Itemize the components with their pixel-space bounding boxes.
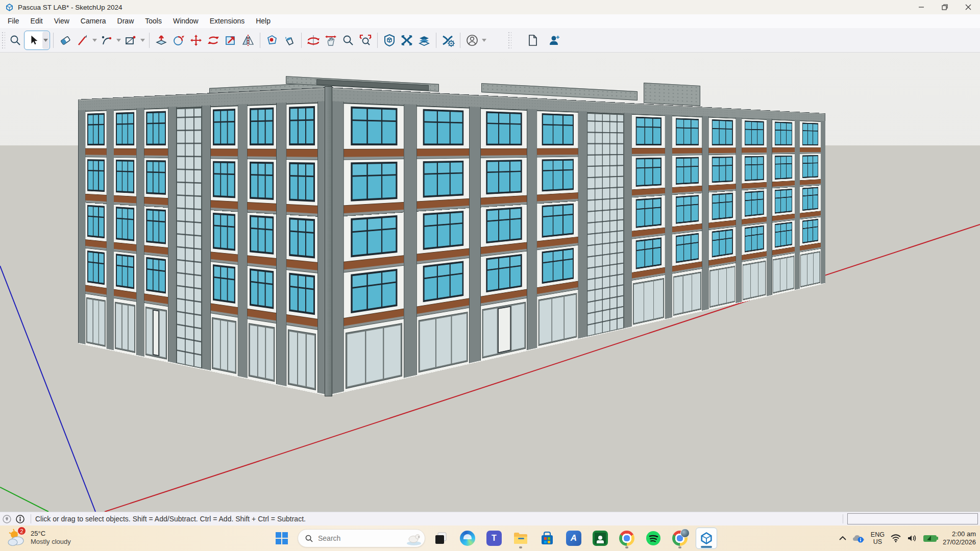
extension-warehouse-button[interactable]: [398, 31, 415, 49]
taskbar-search[interactable]: [298, 529, 425, 547]
window-pane: [153, 173, 158, 193]
orbit-tool-button[interactable]: [305, 31, 322, 49]
zoom-extents-tool-button[interactable]: [357, 31, 374, 49]
offset-tool-button[interactable]: [263, 31, 281, 49]
zoom-tool-button[interactable]: [339, 31, 357, 49]
arcs-tool-button[interactable]: [98, 31, 115, 49]
select-tool-button[interactable]: [25, 31, 42, 49]
shapes-tool-dropdown[interactable]: [139, 31, 146, 49]
task-view-button[interactable]: [430, 528, 452, 549]
window-pane: [306, 289, 313, 313]
storefront-pane: [758, 262, 765, 295]
flip-tool-button[interactable]: [239, 31, 257, 49]
menu-camera[interactable]: Camera: [75, 14, 112, 28]
measurements-input[interactable]: [847, 513, 978, 524]
scale-tool-button[interactable]: [222, 31, 239, 49]
geolocation-icon[interactable]: [0, 515, 13, 523]
paint-bucket-tool-button[interactable]: [281, 31, 298, 49]
microsoft-store-icon[interactable]: [536, 528, 558, 549]
window-pane: [228, 111, 234, 121]
info-icon[interactable]: [13, 515, 27, 523]
window-pane: [653, 168, 660, 184]
window-pane: [713, 129, 719, 144]
window: [775, 156, 792, 180]
zoom-window-tool-button[interactable]: [7, 31, 24, 49]
tray-chevron-up-icon[interactable]: [839, 536, 846, 541]
window-pane: [745, 165, 751, 180]
window-pane: [692, 129, 698, 144]
chrome-profile-icon[interactable]: [669, 528, 691, 549]
teams-icon[interactable]: T: [483, 528, 505, 549]
menu-edit[interactable]: Edit: [25, 14, 48, 28]
minimize-button[interactable]: [910, 0, 933, 14]
window-pane: [93, 115, 98, 124]
window-pane: [258, 164, 265, 174]
move-tool-button[interactable]: [187, 31, 205, 49]
battery-icon[interactable]: [923, 535, 937, 542]
window: [213, 213, 235, 251]
window-pane: [553, 171, 562, 189]
arcs-tool-dropdown[interactable]: [115, 31, 122, 49]
follow-me-tool-button[interactable]: [170, 31, 187, 49]
menu-extensions[interactable]: Extensions: [204, 14, 250, 28]
eraser-tool-button[interactable]: [57, 31, 74, 49]
teams-letter: T: [492, 534, 497, 543]
toolbar-separator: [460, 33, 460, 48]
menu-help[interactable]: Help: [250, 14, 276, 28]
menu-file[interactable]: File: [2, 14, 25, 28]
window: [116, 254, 134, 289]
clock-widget[interactable]: 2:00 am 27/02/2026: [943, 530, 976, 546]
new-file-button[interactable]: [524, 31, 542, 49]
3d-warehouse-button[interactable]: [381, 31, 398, 49]
start-button[interactable]: [271, 528, 292, 549]
building-corner-pier: [325, 86, 332, 396]
search-input[interactable]: [317, 534, 396, 543]
line-tool-dropdown[interactable]: [91, 31, 98, 49]
menu-window[interactable]: Window: [167, 14, 204, 28]
window-pane: [251, 229, 257, 251]
language-indicator[interactable]: ENG US: [871, 531, 885, 545]
file-explorer-icon[interactable]: [510, 528, 531, 549]
chrome-icon[interactable]: [616, 528, 638, 549]
account-button[interactable]: [463, 31, 481, 49]
close-button[interactable]: [957, 0, 980, 14]
classroom-icon[interactable]: [590, 528, 611, 549]
wifi-icon[interactable]: [891, 534, 901, 542]
window-pane: [510, 161, 521, 171]
menu-view[interactable]: View: [48, 14, 75, 28]
window-pane: [159, 113, 164, 123]
pan-tool-button[interactable]: [322, 31, 339, 49]
a-app-icon[interactable]: A: [563, 528, 584, 549]
select-tool-dropdown[interactable]: [42, 32, 49, 49]
account-dropdown[interactable]: [481, 31, 487, 49]
select-tool-active[interactable]: [24, 31, 50, 50]
toolbar-grip[interactable]: [508, 32, 511, 49]
taskbar: 2 25°C Mostly cloudy T: [0, 525, 980, 551]
toolbar-grip[interactable]: [2, 32, 5, 49]
window-pane: [221, 215, 227, 226]
restore-button[interactable]: [933, 0, 957, 14]
storefront-pane: [420, 319, 435, 371]
menu-draw[interactable]: Draw: [112, 14, 140, 28]
window-pane: [214, 278, 220, 299]
onedrive-icon[interactable]: [852, 534, 865, 543]
add-collaborator-button[interactable]: [546, 31, 563, 49]
extension-manager-button[interactable]: [439, 31, 457, 49]
sketchup-app-icon[interactable]: [696, 528, 717, 549]
line-tool-button[interactable]: [74, 31, 91, 49]
window-pane: [214, 163, 220, 173]
window-pane: [787, 190, 792, 197]
storefront-pane: [93, 300, 99, 344]
volume-icon[interactable]: [907, 534, 917, 542]
rotate-tool-button[interactable]: [205, 31, 222, 49]
facade-pier: [702, 116, 708, 311]
model-viewport-canvas[interactable]: [0, 53, 980, 512]
push-pull-tool-button[interactable]: [153, 31, 170, 49]
menu-tools[interactable]: Tools: [139, 14, 167, 28]
components-button[interactable]: [415, 31, 433, 49]
shapes-tool-button[interactable]: [122, 31, 139, 49]
spotify-icon[interactable]: [643, 528, 664, 549]
weather-widget[interactable]: 2 25°C Mostly cloudy: [6, 528, 71, 548]
window-pane: [425, 111, 437, 121]
edge-icon[interactable]: [457, 528, 478, 549]
